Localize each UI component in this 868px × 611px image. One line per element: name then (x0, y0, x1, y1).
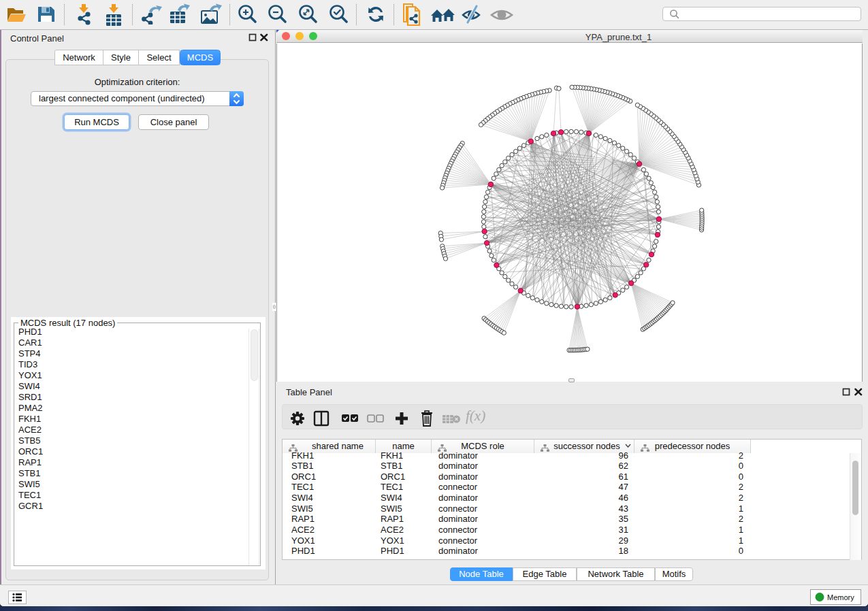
svg-text:Memory: Memory (827, 593, 854, 601)
